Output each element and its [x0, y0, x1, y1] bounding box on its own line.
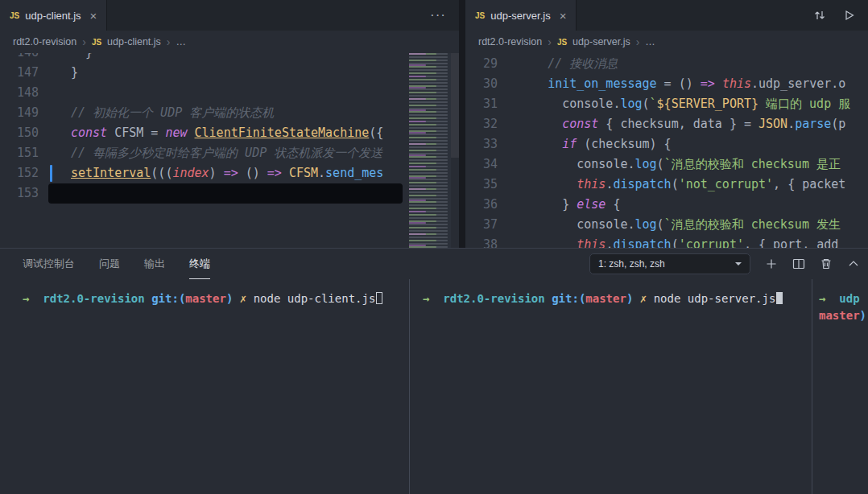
code-text: this.dispatch('corrupt', { port, add: [507, 235, 868, 248]
run-icon[interactable]: [842, 9, 855, 22]
line-number: 33: [465, 134, 507, 154]
js-file-icon: JS: [10, 11, 19, 20]
line-number: 152: [0, 163, 48, 183]
terminal-selector-dropdown[interactable]: 1: zsh, zsh, zsh: [589, 253, 750, 274]
code-line: 34 console.log(`消息的校验和 checksum 是正: [465, 154, 868, 175]
code-text: // 每隔多少秒定时给客户端的 UDP 状态机派发一个发送: [48, 143, 403, 163]
line-number: 31: [465, 94, 507, 114]
editor-group-right: JS udp-server.js × rdt2.0-revision › JS: [465, 0, 868, 248]
breadcrumb: rdt2.0-revision › JS udp-client.js › …: [0, 31, 459, 53]
tab-udp-client[interactable]: JS udp-client.js ×: [0, 0, 107, 31]
panel-tab-debug-console[interactable]: 调试控制台: [23, 253, 75, 274]
tabbar-left: JS udp-client.js × ···: [0, 0, 459, 31]
code-line: 151// 每隔多少秒定时给客户端的 UDP 状态机派发一个发送: [0, 143, 403, 163]
code-text: [48, 183, 403, 204]
terminal-line: master): [819, 307, 868, 324]
close-icon[interactable]: ×: [560, 9, 567, 23]
line-number: 36: [465, 195, 507, 215]
gutter-modified-indicator: [50, 165, 52, 182]
new-terminal-icon[interactable]: [765, 257, 778, 270]
code-editor-right[interactable]: 29 // 接收消息30 init_on_message = () => thi…: [465, 54, 868, 248]
code-text: }: [48, 53, 403, 63]
code-line: 32 const { checksum, data } = JSON.parse…: [465, 114, 868, 134]
breadcrumb: rdt2.0-revision › JS udp-server.js › …: [465, 31, 868, 53]
code-line: 147}: [0, 63, 403, 83]
line-number: 30: [465, 74, 507, 94]
bottom-panel: 调试控制台 问题 输出 终端 1: zsh, zsh, zsh: [0, 248, 868, 494]
tabbar-right: JS udp-server.js ×: [465, 0, 868, 31]
line-number: 35: [465, 175, 507, 195]
line-number: 146: [0, 53, 48, 63]
close-icon[interactable]: ×: [90, 9, 97, 23]
editor-body-right: 29 // 接收消息30 init_on_message = () => thi…: [465, 53, 868, 248]
code-line: 152setInterval(((index) => () => CFSM.se…: [0, 163, 403, 183]
editor-group-left: JS udp-client.js × ··· rdt2.0-revision ›…: [0, 0, 459, 248]
code-line: 150const CFSM = new ClientFiniteStateMac…: [0, 123, 403, 143]
line-number: 37: [465, 215, 507, 235]
chevron-right-icon: ›: [167, 35, 171, 48]
chevron-right-icon: ›: [82, 35, 86, 48]
code-text: console.log(`消息的校验和 checksum 发生: [507, 215, 868, 235]
line-number: 34: [465, 154, 507, 175]
editor-body-left: 146 }147}148149// 初始化一个 UDP 客户端的状态机150co…: [0, 53, 459, 248]
toggle-editor-layout-icon[interactable]: [813, 9, 826, 22]
code-text: // 接收消息: [507, 54, 868, 74]
terminal-toolbar: 1: zsh, zsh, zsh: [589, 253, 860, 274]
code-text: }: [48, 63, 403, 83]
breadcrumb-folder[interactable]: rdt2.0-revision: [13, 36, 76, 47]
more-actions-icon[interactable]: ···: [430, 7, 446, 23]
code-line: 30 init_on_message = () => this.udp_serv…: [465, 74, 868, 94]
code-text: } else {: [507, 195, 868, 215]
chevron-right-icon: ›: [548, 35, 552, 48]
terminal-pane-2[interactable]: → rdt2.0-revision git:(master) ✗ node ud…: [409, 279, 812, 494]
panel-tab-output[interactable]: 输出: [144, 253, 165, 274]
panel-header: 调试控制台 问题 输出 终端 1: zsh, zsh, zsh: [0, 249, 868, 279]
terminal-line: → udp: [819, 290, 868, 307]
terminal-pane-1[interactable]: → rdt2.0-revision git:(master) ✗ node ud…: [0, 279, 409, 494]
code-line: 31 console.log(`${SERVER_PORT} 端口的 udp 服: [465, 94, 868, 114]
breadcrumb-file[interactable]: udp-client.js: [107, 36, 161, 47]
code-line: 33 if (checksum) {: [465, 134, 868, 154]
breadcrumb-more[interactable]: …: [645, 36, 655, 47]
kill-terminal-trash-icon[interactable]: [820, 257, 833, 270]
panel-tab-terminal[interactable]: 终端: [189, 253, 210, 274]
tab-udp-server[interactable]: JS udp-server.js ×: [465, 0, 577, 31]
split-terminal-icon[interactable]: [792, 257, 805, 270]
code-text: [48, 83, 403, 103]
line-number: 148: [0, 83, 48, 103]
code-text: const CFSM = new ClientFiniteStateMachin…: [48, 123, 403, 143]
terminal-pane-3[interactable]: → udpmaster): [812, 279, 868, 494]
breadcrumb-more[interactable]: …: [176, 36, 186, 47]
code-line: 148: [0, 83, 403, 103]
line-number: 38: [465, 235, 507, 248]
tab-label: udp-client.js: [25, 10, 81, 22]
terminal-selector-value: 1: zsh, zsh, zsh: [598, 258, 665, 270]
terminal-cursor: [376, 292, 382, 304]
terminal-cursor: [776, 292, 783, 304]
breadcrumb-folder[interactable]: rdt2.0-revision: [478, 36, 542, 47]
code-line: 29 // 接收消息: [465, 54, 868, 74]
code-line: 35 this.dispatch('not_corrupt', { packet: [465, 175, 868, 195]
scrollbar[interactable]: [451, 53, 459, 158]
code-line: 37 console.log(`消息的校验和 checksum 发生: [465, 215, 868, 235]
code-text: init_on_message = () => this.udp_server.…: [507, 74, 868, 94]
code-text: const { checksum, data } = JSON.parse(p: [507, 114, 868, 134]
line-number: 150: [0, 123, 48, 143]
terminal-area: → rdt2.0-revision git:(master) ✗ node ud…: [0, 279, 868, 494]
minimap[interactable]: [409, 53, 451, 248]
code-text: // 初始化一个 UDP 客户端的状态机: [48, 103, 403, 123]
code-text: console.log(`消息的校验和 checksum 是正: [507, 154, 868, 175]
breadcrumb-file[interactable]: udp-server.js: [572, 36, 630, 47]
maximize-panel-chevron-up-icon[interactable]: [847, 257, 860, 270]
code-line: 149// 初始化一个 UDP 客户端的状态机: [0, 103, 403, 123]
tab-label: udp-server.js: [490, 10, 550, 22]
panel-tabs: 调试控制台 问题 输出 终端: [23, 253, 210, 274]
editor-group-divider[interactable]: [459, 0, 465, 248]
panel-tab-problems[interactable]: 问题: [99, 253, 120, 274]
js-file-icon: JS: [92, 38, 101, 47]
code-text: this.dispatch('not_corrupt', { packet: [507, 175, 868, 195]
chevron-right-icon: ›: [636, 35, 640, 48]
code-editor-left[interactable]: 146 }147}148149// 初始化一个 UDP 客户端的状态机150co…: [0, 53, 403, 248]
code-line: 38 this.dispatch('corrupt', { port, add: [465, 235, 868, 248]
code-line: 36 } else {: [465, 195, 868, 215]
